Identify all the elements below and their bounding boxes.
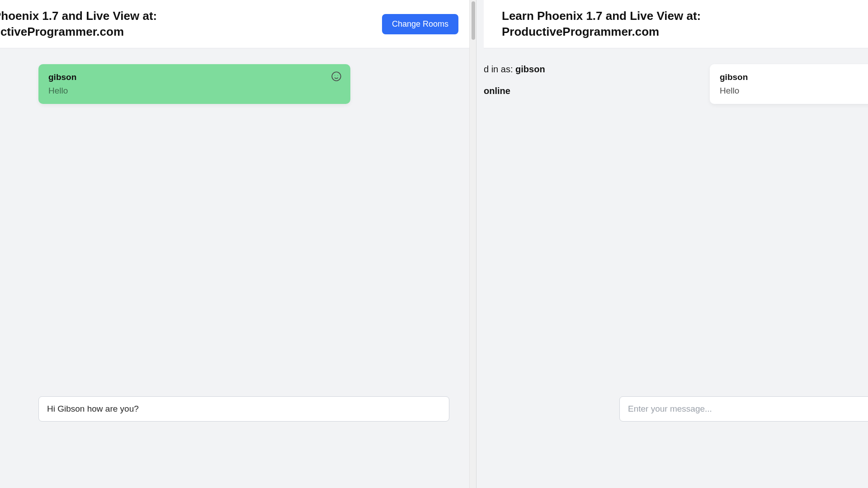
message-text: Hello xyxy=(720,86,868,96)
svg-point-2 xyxy=(338,75,338,75)
message-username: gibson xyxy=(48,72,340,82)
scrollbar-thumb[interactable] xyxy=(472,1,475,40)
logged-in-username: gibson xyxy=(515,64,545,74)
page-header: Learn Phoenix 1.7 and Live View at: Prod… xyxy=(484,0,868,48)
message-username: gibson xyxy=(720,72,868,82)
message-input[interactable] xyxy=(38,396,449,422)
smiley-icon[interactable] xyxy=(330,70,342,82)
message-composer xyxy=(38,396,449,422)
chat-body: d in as: gibson online gibson Hello xyxy=(484,48,868,487)
page-title: Learn Phoenix 1.7 and Live View at: Prod… xyxy=(502,8,701,40)
logged-in-as: d in as: gibson xyxy=(484,64,537,75)
message-input[interactable] xyxy=(619,396,868,422)
message-text: Hello xyxy=(48,86,340,96)
page-title: Phoenix 1.7 and Live View at: uctiveProg… xyxy=(0,8,157,40)
change-rooms-button[interactable]: Change Rooms xyxy=(382,14,458,34)
chat-body: gibson Hello xyxy=(0,48,476,487)
page-header: Phoenix 1.7 and Live View at: uctiveProg… xyxy=(0,0,476,48)
presence-row: online xyxy=(484,86,537,96)
svg-point-0 xyxy=(332,72,341,81)
sidebar-fragment: d in as: gibson online xyxy=(484,48,537,108)
message-card: gibson Hello xyxy=(710,64,868,104)
presence-label: online xyxy=(484,86,510,96)
browser-window-left: Phoenix 1.7 and Live View at: uctiveProg… xyxy=(0,0,476,488)
svg-point-1 xyxy=(335,75,335,75)
browser-window-right: Learn Phoenix 1.7 and Live View at: Prod… xyxy=(484,0,868,488)
logged-in-label: d in as: xyxy=(484,64,515,74)
message-card: gibson Hello xyxy=(38,64,350,104)
message-composer xyxy=(619,396,868,422)
